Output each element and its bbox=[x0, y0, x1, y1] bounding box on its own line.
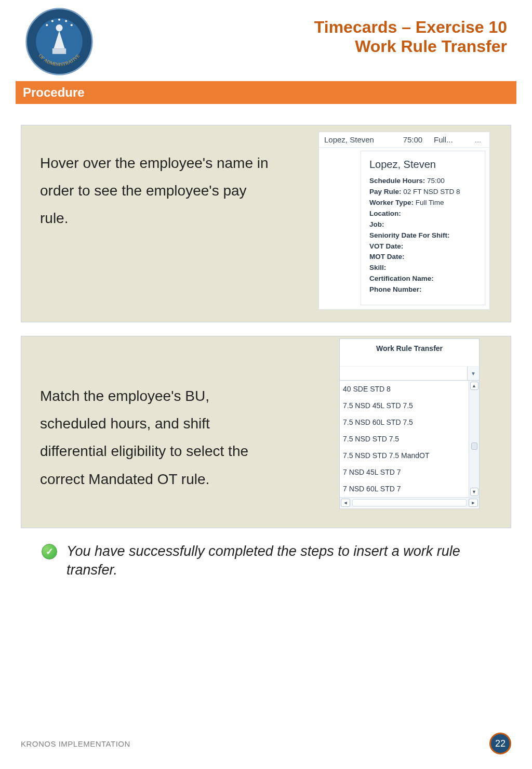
dropdown-arrow-icon[interactable]: ▼ bbox=[468, 367, 479, 380]
instruction-text-2: Match the employee's BU, scheduled hours… bbox=[40, 382, 269, 493]
tooltip-line: Phone Number: bbox=[369, 284, 476, 295]
svg-point-2 bbox=[56, 24, 62, 31]
completion-text: You have successfully completed the step… bbox=[66, 542, 472, 580]
svg-point-6 bbox=[65, 20, 67, 22]
page-number-badge: 22 bbox=[489, 733, 511, 754]
tooltip-line: Job: bbox=[369, 219, 476, 230]
tooltip-line: Seniority Date For Shift: bbox=[369, 230, 476, 241]
work-rule-input[interactable] bbox=[340, 367, 468, 380]
svg-point-4 bbox=[58, 19, 60, 21]
tooltip-lines: Schedule Hours: 75:00Pay Rule: 02 FT NSD… bbox=[369, 176, 476, 295]
step-panel-match: Match the employee's BU, scheduled hours… bbox=[21, 336, 511, 528]
page-header: OF ADMINISTRATIVE Timecards – Exercise 1… bbox=[0, 0, 532, 78]
scroll-up-icon[interactable]: ▲ bbox=[470, 382, 478, 390]
tooltip-line: VOT Date: bbox=[369, 241, 476, 252]
work-rule-input-row: ▼ bbox=[340, 367, 479, 381]
work-rule-option[interactable]: 7.5 NSD STD 7.5 bbox=[340, 431, 469, 447]
procedure-heading: Procedure bbox=[16, 81, 516, 104]
scroll-right-icon[interactable]: ► bbox=[469, 499, 478, 507]
tooltip-line: Pay Rule: 02 FT NSD STD 8 bbox=[369, 187, 476, 198]
completion-note: ✓ You have successfully completed the st… bbox=[21, 542, 511, 580]
work-rule-option[interactable]: 7.5 NSD 45L STD 7.5 bbox=[340, 397, 469, 414]
work-rule-option[interactable]: 7 NSD 45L STD 7 bbox=[340, 464, 469, 480]
employee-row: Lopez, Steven 75:00 Full... ... bbox=[319, 132, 489, 148]
svg-point-8 bbox=[71, 24, 73, 26]
tooltip-line: Location: bbox=[369, 208, 476, 219]
tooltip-line: Certification Name: bbox=[369, 273, 476, 284]
work-rule-option[interactable]: 7 NSD 60L STD 7 bbox=[340, 480, 469, 497]
title-line-2: Work Rule Transfer bbox=[314, 37, 507, 56]
scroll-thumb[interactable] bbox=[471, 442, 477, 450]
tooltip-employee-name: Lopez, Steven bbox=[369, 159, 476, 171]
more-icon: ... bbox=[472, 135, 484, 144]
vertical-scrollbar[interactable]: ▲ ▼ bbox=[469, 381, 479, 497]
employee-hours-cell: 75:00 bbox=[392, 135, 434, 144]
work-rule-option[interactable]: 7.5 NSD 60L STD 7.5 bbox=[340, 414, 469, 431]
scroll-down-icon[interactable]: ▼ bbox=[470, 488, 478, 496]
work-rule-option-list: 40 SDE STD 87.5 NSD 45L STD 7.57.5 NSD 6… bbox=[340, 381, 469, 497]
scroll-left-icon[interactable]: ◄ bbox=[341, 499, 350, 507]
step-panel-hover: Hover over the employee's name in order … bbox=[21, 125, 511, 322]
work-rule-option[interactable]: 7.5 NSD STD 7.5 MandOT bbox=[340, 447, 469, 464]
page-title: Timecards – Exercise 10 Work Rule Transf… bbox=[314, 18, 507, 56]
svg-point-5 bbox=[51, 20, 54, 22]
horizontal-scrollbar[interactable]: ◄ ► bbox=[340, 497, 479, 507]
page-footer: KRONOS IMPLEMENTATION 22 bbox=[21, 733, 511, 754]
state-seal-logo: OF ADMINISTRATIVE bbox=[25, 7, 94, 76]
tooltip-line: Schedule Hours: 75:00 bbox=[369, 176, 476, 187]
tooltip-line: Skill: bbox=[369, 263, 476, 273]
work-rule-option[interactable]: 40 SDE STD 8 bbox=[340, 381, 469, 397]
work-rule-transfer-screenshot: Work Rule Transfer ▼ 40 SDE STD 87.5 NSD… bbox=[339, 338, 480, 509]
checkmark-icon: ✓ bbox=[42, 544, 57, 559]
employee-hover-screenshot: Lopez, Steven 75:00 Full... ... Lopez, S… bbox=[318, 132, 490, 310]
footer-label: KRONOS IMPLEMENTATION bbox=[21, 739, 130, 748]
svg-point-7 bbox=[46, 24, 48, 26]
svg-rect-3 bbox=[52, 48, 66, 54]
employee-name-cell: Lopez, Steven bbox=[324, 135, 392, 144]
employee-type-cell: Full... bbox=[434, 135, 472, 144]
work-rule-transfer-header: Work Rule Transfer bbox=[340, 339, 479, 367]
title-line-1: Timecards – Exercise 10 bbox=[314, 18, 507, 37]
tooltip-line: Worker Type: Full Time bbox=[369, 198, 476, 208]
employee-tooltip: Lopez, Steven Schedule Hours: 75:00Pay R… bbox=[361, 151, 485, 305]
tooltip-line: MOT Date: bbox=[369, 252, 476, 263]
hscroll-track[interactable] bbox=[352, 499, 467, 506]
instruction-text-1: Hover over the employee's name in order … bbox=[40, 149, 269, 232]
